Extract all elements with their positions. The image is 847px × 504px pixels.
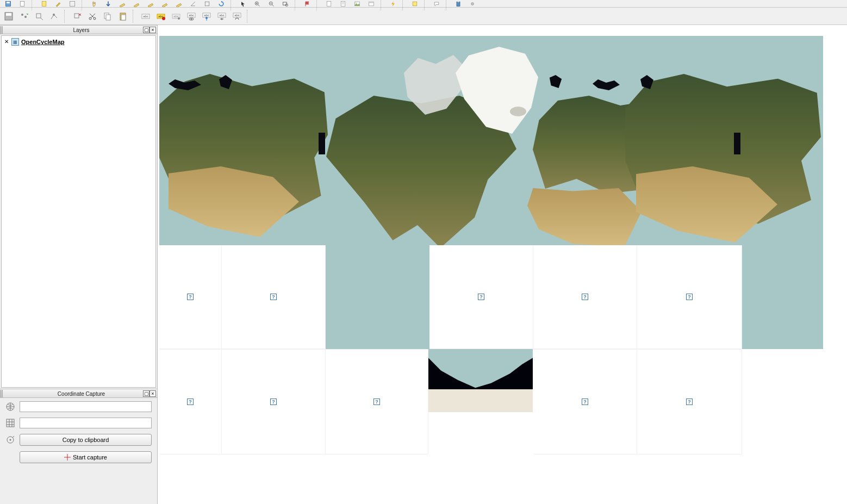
ruler-3-icon[interactable] [145,1,157,7]
map-tile-missing: ? [159,349,222,455]
drag-handle-icon[interactable] [0,26,3,34]
svg-point-61 [10,439,11,441]
svg-rect-21 [413,2,417,6]
canvas-coordinate-input[interactable] [20,418,152,428]
flag-icon[interactable] [301,1,313,7]
coordinate-capture-title: Coordinate Capture [5,391,157,397]
arctic-edge-1 [319,133,325,154]
lightning-icon[interactable] [387,1,399,7]
save-edits-button[interactable] [2,10,15,23]
crosshair-icon [64,454,71,461]
pencil-icon[interactable] [52,1,64,7]
zoom-box-icon[interactable] [279,1,291,7]
label-abc-eye-button[interactable]: abc [185,10,198,23]
landmass-iceland [510,107,526,116]
clipboard-icon[interactable] [452,1,464,7]
node-tool-button[interactable] [48,10,61,23]
gear-small-icon[interactable] [466,1,478,7]
chat-icon[interactable] [431,1,443,7]
measure-area-icon[interactable] [201,1,213,7]
label-abc-rotate-button[interactable]: abc [231,10,244,23]
missing-tile-icon: ? [270,399,277,405]
label-abc-pin-button[interactable]: abc [200,10,213,23]
pointer-icon[interactable] [237,1,249,7]
edit-toolbar: abc abc abc abc abc abc abc [0,8,847,25]
svg-rect-2 [20,1,24,6]
svg-rect-7 [148,3,153,7]
cut-button[interactable] [86,10,99,23]
map-tile-missing: ? [429,245,533,349]
svg-rect-30 [36,14,41,18]
copy-label: Copy to clipboard [63,437,109,443]
svg-text:abc: abc [219,14,225,17]
map-tile-missing: ? [533,245,637,349]
layer-remove-icon[interactable]: ✕ [4,39,9,45]
delete-selected-button[interactable] [71,10,84,23]
toolbar-separator [316,0,320,10]
ruler-4-icon[interactable] [159,1,171,7]
label-abc-1-button[interactable]: abc [139,10,152,23]
drag-handle-icon[interactable] [0,390,3,397]
missing-tile-icon: ? [187,294,194,300]
spacer [5,452,15,462]
map-tile-missing: ? [637,245,742,349]
doc-1-icon[interactable] [323,1,335,7]
map-tile-missing: ? [326,349,428,455]
save-icon[interactable] [2,1,14,7]
svg-point-18 [356,2,357,3]
undock-icon[interactable]: ▢ [143,390,150,397]
label-abc-gray-button[interactable]: abc [170,10,183,23]
label-abc-move-button[interactable]: abc [215,10,228,23]
refresh-icon[interactable] [215,1,227,7]
arctic-edge-2 [734,133,740,154]
file-icon[interactable] [16,1,28,7]
hand-icon[interactable] [88,1,100,7]
svg-rect-27 [6,13,11,16]
note-icon[interactable] [38,1,50,7]
globe-icon[interactable] [5,402,15,412]
undock-icon[interactable]: ▢ [143,27,150,33]
start-capture-button[interactable]: Start capture [20,451,152,463]
ruler-1-icon[interactable] [116,1,128,7]
toolbar-separator [133,10,136,23]
layers-panel-header[interactable]: Layers ▢ × [0,26,157,34]
label-abc-highlight-button[interactable]: abc [154,10,167,23]
map-margin-right [823,36,847,504]
add-feature-button[interactable] [17,10,30,23]
angle-icon[interactable] [187,1,199,7]
coordinate-capture-header[interactable]: Coordinate Capture ▢ × [0,389,157,398]
zoom-out-icon[interactable] [265,1,277,7]
svg-rect-5 [120,3,124,7]
paste-button[interactable] [116,10,129,23]
window-icon[interactable] [365,1,377,7]
layer-name[interactable]: OpenCycleMap [21,39,64,45]
select-icon[interactable] [66,1,78,7]
svg-rect-3 [42,1,46,6]
grid-icon[interactable] [5,418,15,428]
image-icon[interactable] [351,1,363,7]
map-canvas[interactable]: ? ? ? ? ? ? ? ? ? ? [158,25,847,504]
toolbar-separator [381,0,384,10]
zoom-in-icon[interactable] [251,1,263,7]
tracking-icon[interactable] [5,435,15,445]
copy-button[interactable] [101,10,114,23]
sticky-icon[interactable] [409,1,421,7]
svg-rect-13 [283,2,287,5]
svg-rect-38 [121,15,126,20]
svg-text:abc: abc [189,14,194,17]
missing-tile-icon: ? [478,294,484,300]
close-icon[interactable]: × [150,27,156,33]
start-capture-label: Start capture [73,454,107,461]
svg-text:abc: abc [204,14,209,17]
doc-2-icon[interactable] [337,1,349,7]
layer-item[interactable]: ✕ ▦ OpenCycleMap [4,38,153,46]
ruler-2-icon[interactable] [130,1,142,7]
crs-coordinate-input[interactable] [20,401,152,412]
ruler-5-icon[interactable] [173,1,185,7]
copy-to-clipboard-button[interactable]: Copy to clipboard [20,434,152,446]
map-tile-missing: ? [222,349,326,455]
arrow-down-icon[interactable] [102,1,114,7]
toolbar-separator [295,0,298,10]
move-feature-button[interactable] [33,10,46,23]
close-icon[interactable]: × [150,390,156,397]
